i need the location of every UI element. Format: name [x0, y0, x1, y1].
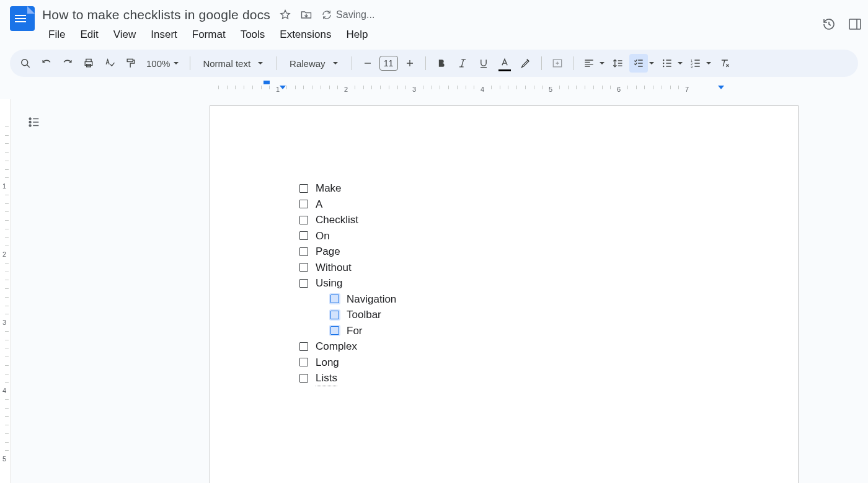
- line-spacing-button[interactable]: [608, 54, 627, 73]
- menu-tools[interactable]: Tools: [234, 26, 272, 43]
- star-icon[interactable]: [279, 9, 291, 21]
- checkbox-icon[interactable]: [299, 263, 308, 272]
- menu-view[interactable]: View: [107, 26, 143, 43]
- checklist-item-text[interactable]: Toolbar: [347, 307, 381, 323]
- italic-button[interactable]: [453, 54, 472, 73]
- checklist-item-text[interactable]: On: [316, 228, 330, 244]
- caret-down-icon[interactable]: [648, 60, 655, 66]
- horizontal-ruler[interactable]: 1234567: [0, 81, 868, 93]
- separator: [190, 56, 190, 70]
- redo-icon[interactable]: [58, 54, 77, 73]
- checklist-button[interactable]: [629, 54, 648, 73]
- menu-help[interactable]: Help: [340, 26, 374, 43]
- numbered-list-button[interactable]: 123: [686, 54, 705, 73]
- title-bar: How to make checklists in google docs Sa…: [0, 0, 868, 43]
- checkbox-icon[interactable]: [299, 216, 308, 224]
- checklist-item-text[interactable]: Using: [316, 275, 342, 291]
- checkbox-icon[interactable]: [299, 342, 308, 351]
- increase-font-size-button[interactable]: [401, 54, 419, 73]
- paragraph-style-dropdown[interactable]: Normal text: [197, 58, 270, 69]
- highlight-color-button[interactable]: [516, 54, 535, 73]
- checklist-item-text[interactable]: Make: [316, 180, 342, 197]
- checklist-item-text[interactable]: A: [316, 197, 322, 213]
- checkbox-icon[interactable]: [299, 231, 308, 240]
- history-icon[interactable]: [821, 16, 837, 32]
- checklist-item[interactable]: Without: [299, 260, 396, 276]
- checklist-item[interactable]: Checklist: [299, 212, 396, 228]
- menu-bar: File Edit View Insert Format Tools Exten…: [42, 26, 858, 43]
- caret-down-icon: [172, 60, 180, 66]
- checkbox-icon[interactable]: [299, 279, 308, 288]
- bold-button[interactable]: [432, 54, 451, 73]
- document-content[interactable]: MakeAChecklistOnPageWithoutUsingNavigati…: [299, 180, 396, 386]
- saving-indicator: Saving...: [321, 9, 374, 20]
- checklist-item[interactable]: Lists: [299, 370, 396, 386]
- checkbox-icon[interactable]: [299, 374, 308, 383]
- caret-down-icon[interactable]: [676, 60, 684, 66]
- checkbox-icon[interactable]: [299, 358, 308, 366]
- checkbox-icon[interactable]: [299, 184, 308, 193]
- bulleted-list-button[interactable]: [658, 54, 676, 73]
- menu-insert[interactable]: Insert: [144, 26, 184, 43]
- paragraph-style-value: Normal text: [203, 58, 250, 69]
- vertical-ruler[interactable]: 12345: [0, 99, 11, 483]
- checkbox-icon[interactable]: [330, 311, 339, 319]
- menu-file[interactable]: File: [42, 26, 71, 43]
- show-outline-button[interactable]: [27, 115, 42, 130]
- svg-rect-4: [127, 59, 133, 61]
- ruler-major-tick: 3: [412, 86, 416, 93]
- menu-format[interactable]: Format: [186, 26, 232, 43]
- separator: [573, 56, 574, 70]
- caret-down-icon[interactable]: [598, 60, 606, 66]
- checklist-item-text[interactable]: For: [347, 323, 363, 339]
- checklist-item[interactable]: On: [299, 228, 396, 244]
- checklist-item[interactable]: Long: [299, 355, 396, 371]
- insert-image-button[interactable]: [548, 54, 567, 73]
- checklist-item[interactable]: Page: [299, 244, 396, 260]
- search-menus-icon[interactable]: [16, 54, 35, 73]
- undo-icon[interactable]: [37, 54, 56, 73]
- ruler-major-tick: 5: [549, 86, 552, 93]
- menu-extensions[interactable]: Extensions: [273, 26, 337, 43]
- caret-down-icon[interactable]: [705, 60, 712, 66]
- zoom-value: 100%: [146, 58, 170, 69]
- checklist-item-text[interactable]: Checklist: [316, 212, 358, 228]
- clear-formatting-button[interactable]: [715, 54, 733, 73]
- decrease-font-size-button[interactable]: [358, 54, 377, 73]
- checkbox-icon[interactable]: [330, 295, 339, 303]
- zoom-dropdown[interactable]: 100%: [143, 58, 184, 69]
- checklist-item-text[interactable]: Lists: [316, 370, 337, 387]
- move-to-folder-icon[interactable]: [300, 9, 312, 21]
- separator: [541, 56, 542, 70]
- paint-format-icon[interactable]: [122, 54, 140, 73]
- checklist-item[interactable]: Complex: [299, 339, 396, 355]
- font-dropdown[interactable]: Raleway: [283, 58, 345, 69]
- checklist-item-text[interactable]: Long: [316, 355, 339, 371]
- checklist-item[interactable]: Navigation: [330, 291, 396, 308]
- print-icon[interactable]: [79, 54, 98, 73]
- checklist-item[interactable]: A: [299, 197, 396, 213]
- checklist-item[interactable]: For: [330, 323, 396, 339]
- document-title[interactable]: How to make checklists in google docs: [42, 7, 270, 22]
- checklist-item[interactable]: Using: [299, 275, 396, 291]
- sidebar-toggle-icon[interactable]: [847, 16, 863, 32]
- checkbox-icon[interactable]: [299, 200, 308, 208]
- menu-edit[interactable]: Edit: [74, 26, 104, 43]
- text-color-button[interactable]: [495, 54, 514, 73]
- font-size-input[interactable]: [379, 56, 398, 71]
- checklist-item-text[interactable]: Navigation: [347, 291, 396, 308]
- font-value: Raleway: [290, 58, 326, 69]
- ruler-major-tick: 7: [685, 86, 689, 93]
- checklist-item-text[interactable]: Without: [316, 260, 352, 276]
- docs-logo[interactable]: [10, 6, 35, 31]
- checklist-item-text[interactable]: Page: [316, 244, 340, 260]
- document-page[interactable]: MakeAChecklistOnPageWithoutUsingNavigati…: [210, 105, 799, 483]
- checklist-item-text[interactable]: Complex: [316, 339, 357, 355]
- underline-button[interactable]: [474, 54, 493, 73]
- align-button[interactable]: [580, 54, 598, 73]
- checkbox-icon[interactable]: [299, 247, 308, 256]
- checklist-item[interactable]: Toolbar: [330, 307, 396, 323]
- spellcheck-icon[interactable]: [100, 54, 119, 73]
- checkbox-icon[interactable]: [330, 326, 339, 335]
- checklist-item[interactable]: Make: [299, 180, 396, 197]
